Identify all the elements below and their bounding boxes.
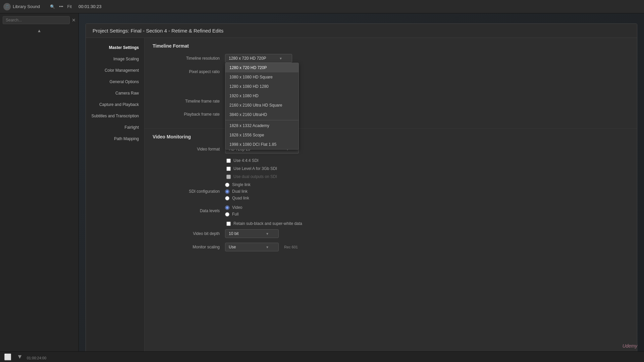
- retain-checkbox[interactable]: [226, 222, 231, 226]
- resolution-chevron-icon: ▼: [279, 57, 282, 60]
- sound-library-icon: 🎵: [3, 3, 11, 10]
- monitor-scaling-row: Monitor scaling Use ▼ Rec 601: [153, 243, 629, 251]
- monitor-scaling-dropdown-btn[interactable]: Use ▼: [225, 243, 279, 251]
- resolution-option-1920hd[interactable]: 644 x 362 HD: [225, 91, 299, 101]
- sdi-dual-label: Dual link: [232, 189, 248, 194]
- monitor-scaling-label: Monitor scaling: [153, 245, 220, 249]
- sdi-quad-row: Quad link: [225, 196, 251, 200]
- use-dual-checkbox[interactable]: [226, 175, 231, 179]
- video-monitoring-section: Video Monitoring Video format HD 720p 25…: [145, 129, 637, 261]
- data-full-radio[interactable]: [225, 212, 229, 217]
- app-logo: 🎵 Library Sound: [3, 3, 40, 10]
- resolution-option-scope[interactable]: 1828 x 1556 Scope: [225, 130, 299, 140]
- frame-icon[interactable]: ⬜: [4, 353, 11, 361]
- sdi-quad-label: Quad link: [232, 196, 249, 200]
- sdi-radio-group: Single link Dual link Quad link: [225, 182, 251, 200]
- monitor-scaling-hint: Rec 601: [284, 245, 298, 249]
- playback-frame-rate-row: Playback frame rate 25 frames per second: [153, 110, 629, 118]
- retain-row: Retain sub-black and super-white data: [226, 221, 629, 226]
- left-sidebar: ✕ ▲: [0, 13, 79, 362]
- app-title: Library Sound: [13, 4, 40, 9]
- playback-frame-rate-label: Playback frame rate: [153, 112, 220, 117]
- nav-item-color[interactable]: Color Management: [86, 65, 144, 76]
- data-levels-radio-group: Video Full: [225, 205, 242, 217]
- data-full-row: Full: [225, 212, 242, 217]
- nav-item-capture[interactable]: Capture and Playback: [86, 99, 144, 110]
- nav-item-path[interactable]: Path Mapping: [86, 133, 144, 144]
- use-444-checkbox[interactable]: [226, 159, 231, 163]
- video-format-row: Video format HD 720p 25 ▼: [153, 145, 629, 154]
- resolution-dropdown-menu[interactable]: 1280 x 720 HD 720P 1080 x 1080 HD Square…: [225, 63, 299, 149]
- use-level-a-label: Use Level A for 3Gb SDI: [233, 166, 277, 171]
- sdi-config-row: SDI configuration Single link Dual link: [153, 182, 629, 200]
- fit-label[interactable]: Fit: [67, 4, 72, 9]
- data-levels-control: Video Full: [225, 205, 629, 217]
- resolution-option-1280hd[interactable]: 1280 x 1080 HD 1280: [225, 82, 299, 91]
- dialog-body: Master Settings Image Scaling Color Mana…: [86, 38, 637, 355]
- sidebar-close-icon[interactable]: ✕: [72, 17, 76, 23]
- use-level-a-row: Use Level A for 3Gb SDI: [226, 166, 629, 171]
- nav-item-fairlight[interactable]: Fairlight: [86, 122, 144, 133]
- use-level-a-checkbox[interactable]: [226, 167, 231, 171]
- resolution-option-3840[interactable]: 3840 x 2160 UltraHD: [225, 110, 299, 119]
- monitor-scaling-selected: Use: [229, 245, 236, 249]
- monitor-scaling-chevron-icon: ▼: [266, 245, 269, 249]
- use-444-label: Use 4:4:4 SDI: [233, 158, 259, 163]
- timeline-format-section: Timeline Format Timeline resolution 1280…: [145, 38, 637, 129]
- bit-depth-chevron-icon: ▼: [266, 232, 269, 236]
- udemy-badge: Udemy: [623, 343, 637, 349]
- nav-item-camera[interactable]: Camera Raw: [86, 87, 144, 99]
- video-monitoring-title: Video Monitoring: [153, 134, 629, 139]
- project-settings-dialog: Project Settings: Final - Section 4 - Re…: [86, 23, 637, 355]
- video-format-label: Video format: [153, 147, 220, 152]
- sdi-config-control: Single link Dual link Quad link: [225, 182, 629, 200]
- search-input[interactable]: [3, 16, 70, 24]
- resolution-dropdown[interactable]: 1280 x 720 HD 720P ▼ 1280 x 720 HD 720P …: [225, 54, 292, 63]
- pixel-aspect-row: Pixel aspect ratio Square ▼: [153, 67, 629, 76]
- sidebar-collapse-btn[interactable]: ▲: [0, 27, 78, 35]
- bit-depth-selected: 10 bit: [229, 231, 238, 236]
- bottom-chevron-icon[interactable]: ▼: [17, 353, 23, 360]
- data-full-label: Full: [232, 212, 238, 217]
- sdi-single-radio[interactable]: [225, 183, 229, 187]
- resolution-option-2160sq[interactable]: 2160 x 2160 Ultra HD Square: [225, 101, 299, 110]
- resolution-option-dci[interactable]: 1998 x 1080 DCI Flat 1.85: [225, 140, 299, 149]
- nav-item-image[interactable]: Image Scaling: [86, 53, 144, 65]
- bottom-bar: ⬜ ▼ 01:00:24:00: [0, 351, 644, 362]
- resolution-dropdown-btn[interactable]: 1280 x 720 HD 720P ▼: [225, 54, 292, 63]
- nav-item-general[interactable]: General Options: [86, 76, 144, 87]
- frame-rate-label: Timeline frame rate: [153, 99, 220, 104]
- use-444-row: Use 4:4:4 SDI: [226, 158, 629, 163]
- data-levels-label: Data levels: [153, 208, 220, 213]
- resolution-label: Timeline resolution: [153, 56, 220, 61]
- data-video-radio[interactable]: [225, 205, 229, 210]
- resolution-option-1080sq[interactable]: 1080 x 1080 HD Square: [225, 72, 299, 82]
- resolution-control: 1280 x 720 HD 720P ▼ 1280 x 720 HD 720P …: [225, 54, 629, 63]
- resolution-selected-value: 1280 x 720 HD 720P: [229, 56, 266, 61]
- sdi-quad-radio[interactable]: [225, 196, 229, 200]
- data-levels-row: Data levels Video Full: [153, 205, 629, 217]
- sdi-dual-radio[interactable]: [225, 189, 229, 194]
- data-video-label: Video: [232, 205, 242, 210]
- resolution-option-academy[interactable]: 1828 x 1332 Academy: [225, 121, 299, 130]
- dialog-title: Project Settings: Final - Section 4 - Re…: [86, 24, 637, 38]
- pixel-aspect-label: Pixel aspect ratio: [153, 69, 220, 74]
- more-icon[interactable]: •••: [59, 4, 63, 9]
- resolution-option-720p[interactable]: 1280 x 720 HD 720P: [225, 63, 299, 72]
- bit-depth-control: 10 bit ▼: [225, 229, 629, 238]
- bit-depth-dropdown-btn[interactable]: 10 bit ▼: [225, 229, 279, 238]
- main-content: Project Settings: Final - Section 4 - Re…: [79, 13, 644, 362]
- monitor-scaling-control: Use ▼ Rec 601: [225, 243, 629, 251]
- bit-depth-row: Video bit depth 10 bit ▼: [153, 229, 629, 238]
- dialog-nav: Master Settings Image Scaling Color Mana…: [86, 38, 145, 355]
- use-dual-label: Use dual outputs on SDI: [233, 174, 277, 179]
- resolution-row: Timeline resolution 1280 x 720 HD 720P ▼: [153, 54, 629, 63]
- data-video-row: Video: [225, 205, 242, 210]
- bottom-timecode: 01:00:24:00: [27, 356, 46, 360]
- search-icon[interactable]: 🔍: [50, 4, 55, 9]
- nav-item-subtitles[interactable]: Subtitles and Transcription: [86, 110, 144, 122]
- top-bar: 🎵 Library Sound 🔍 ••• Fit 00:01:30:23: [0, 0, 644, 13]
- nav-item-master[interactable]: Master Settings: [86, 42, 144, 53]
- dialog-content-area: Timeline Format Timeline resolution 1280…: [145, 38, 637, 355]
- bit-depth-label: Video bit depth: [153, 231, 220, 236]
